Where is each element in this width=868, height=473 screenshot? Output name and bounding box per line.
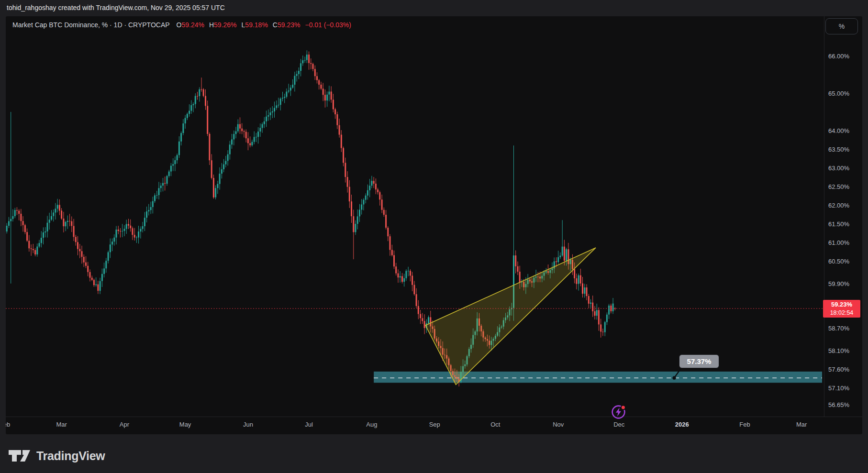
time-axis[interactable]: FebMarAprMayJunJulAugSepOctNovDec2026Feb… — [6, 417, 862, 434]
time-tick: Dec — [613, 421, 624, 428]
time-tick: Mar — [796, 421, 807, 428]
tradingview-logo-text: TradingView — [36, 449, 105, 463]
price-tick: 56.65% — [828, 401, 849, 408]
ohlc-high: H59.26% — [209, 21, 237, 29]
time-tick: Nov — [553, 421, 564, 428]
price-tick: 62.00% — [828, 202, 849, 209]
ohlc-close: C59.23% — [273, 21, 300, 29]
chart-panel: Market Cap BTC Dominance, % · 1D · CRYPT… — [6, 16, 862, 434]
price-tick: 62.50% — [828, 183, 849, 190]
price-tick: 63.50% — [828, 146, 849, 153]
footer: TradingView — [0, 434, 868, 473]
price-tick: 58.10% — [828, 347, 849, 354]
time-tick: Jun — [243, 421, 253, 428]
last-price-label: 59.23% 18:02:54 — [823, 300, 860, 318]
price-tick: 61.50% — [828, 220, 849, 228]
level-callout-label[interactable]: 57.37% — [679, 354, 719, 368]
time-tick: Jul — [305, 421, 313, 428]
time-tick: Aug — [366, 421, 377, 428]
price-tick: 57.10% — [828, 385, 849, 392]
ohlc-low: L59.18% — [242, 21, 268, 29]
time-tick: Oct — [490, 421, 500, 428]
lightning-bolt-icon — [616, 407, 621, 416]
time-tick: 2026 — [675, 421, 689, 428]
time-tick: May — [179, 421, 191, 428]
price-tick: 66.00% — [828, 53, 849, 60]
price-chart-canvas[interactable] — [6, 16, 862, 434]
notification-dot — [621, 406, 625, 410]
time-tick: Feb — [6, 421, 10, 428]
tradingview-screenshot: tohid_rahgoshay created with TradingView… — [0, 0, 868, 473]
time-tick: Sep — [429, 421, 440, 428]
symbol-title[interactable]: Market Cap BTC Dominance, % · 1D · CRYPT… — [12, 21, 170, 29]
price-tick: 65.00% — [828, 90, 849, 97]
attribution-bar: tohid_rahgoshay created with TradingView… — [0, 0, 868, 16]
tradingview-logo-icon — [8, 449, 32, 463]
time-tick: Mar — [56, 421, 67, 428]
percent-scale-button[interactable]: % — [825, 18, 858, 34]
price-tick: 63.00% — [828, 165, 849, 172]
price-tick: 57.60% — [828, 366, 849, 373]
price-tick: 58.70% — [828, 325, 849, 332]
time-tick: Apr — [120, 421, 129, 428]
bar-countdown: 18:02:54 — [823, 309, 860, 317]
ohlc-open: O59.24% — [177, 21, 204, 29]
last-price-value: 59.23% — [823, 300, 860, 309]
price-tick: 59.90% — [828, 280, 849, 287]
price-tick: 60.50% — [828, 258, 849, 265]
time-tick: Feb — [739, 421, 750, 428]
ohlc-change: −0.01 (−0.03%) — [305, 21, 351, 29]
symbol-legend: Market Cap BTC Dominance, % · 1D · CRYPT… — [12, 21, 356, 29]
price-tick: 64.00% — [828, 127, 849, 134]
tradingview-logo[interactable]: TradingView — [8, 449, 105, 463]
spark-boost-icon[interactable] — [610, 403, 627, 421]
price-tick: 61.00% — [828, 239, 849, 246]
price-axis[interactable]: 66.00%65.00%64.00%63.50%63.00%62.50%62.0… — [824, 16, 862, 417]
